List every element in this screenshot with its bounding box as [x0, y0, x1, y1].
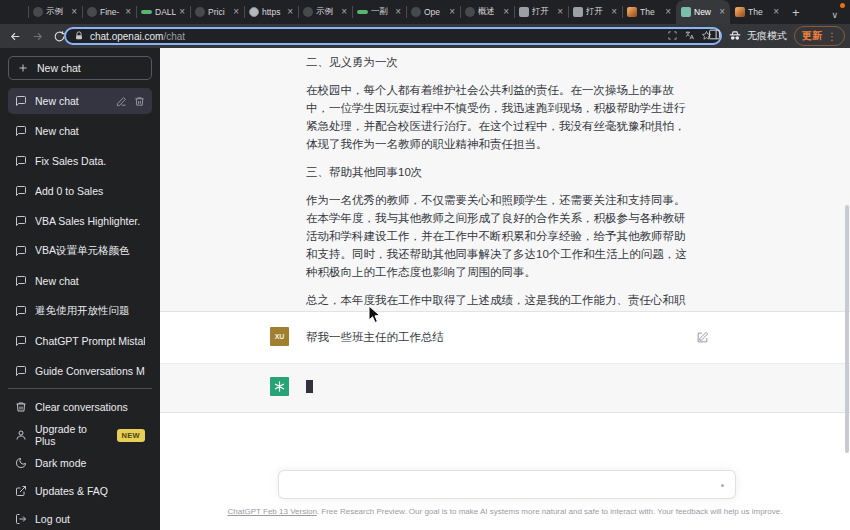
tab-title: Prici: [208, 7, 230, 17]
tab-title: 示例: [316, 6, 338, 18]
tab-fine[interactable]: Fine-×: [82, 0, 136, 24]
side-panel-icon[interactable]: [708, 27, 721, 45]
sidebar-item-add-0-to-sales[interactable]: Add 0 to Sales: [8, 178, 152, 204]
tab-title: 打开: [532, 6, 554, 18]
tab-close-icon[interactable]: ×: [287, 7, 293, 17]
scan-window-icon[interactable]: [667, 27, 678, 45]
openai-dark-favicon-icon: [195, 7, 205, 17]
chat-bubble-icon: [15, 245, 27, 257]
user-message-text: 帮我一些班主任的工作总结: [306, 327, 444, 363]
artwork-favicon-icon: [627, 7, 637, 17]
tab-close-icon[interactable]: ×: [179, 7, 185, 17]
robot-favicon-icon: [519, 7, 529, 17]
translate-icon[interactable]: [684, 27, 695, 45]
openai-dark-favicon-icon: [465, 7, 475, 17]
footer-disclaimer: ChatGPT Feb 13 Version. Free Research Pr…: [160, 507, 850, 516]
sidebar-item-new-chat-selected[interactable]: New chat: [8, 88, 152, 114]
chat-bubble-icon: [15, 275, 27, 287]
chat-sidebar: New chat New chat New chat Fix Sales Dat…: [0, 48, 160, 530]
tab-title: The: [748, 7, 770, 17]
tab-list-chevron-icon[interactable]: ∨: [831, 10, 838, 20]
tab-the-1[interactable]: The×: [622, 0, 676, 24]
tab-close-icon[interactable]: ×: [557, 7, 563, 17]
dark-mode-button[interactable]: Dark mode: [8, 449, 152, 477]
chat-bubble-icon: [15, 335, 27, 347]
tab-title: The: [640, 7, 662, 17]
tab-close-icon[interactable]: ×: [341, 7, 347, 17]
tab-openai[interactable]: Ope×: [406, 0, 460, 24]
tab-shili-2[interactable]: 示例×: [298, 0, 352, 24]
sidebar-item-chatgpt-prompt-mistakes[interactable]: ChatGPT Prompt Mistakes.: [8, 328, 152, 354]
message-input[interactable]: [278, 470, 736, 499]
tab-dall[interactable]: DALL×: [136, 0, 190, 24]
assistant-message: 二、见义勇为一次 在校园中，每个人都有着维护社会公共利益的责任。在一次操场上的事…: [160, 48, 850, 312]
sidebar-item-fix-sales-data[interactable]: Fix Sales Data.: [8, 148, 152, 174]
plus-icon: [17, 62, 29, 74]
edit-pencil-icon[interactable]: [116, 96, 127, 107]
forward-button[interactable]: [31, 30, 44, 43]
edit-message-icon[interactable]: [696, 330, 709, 348]
tab-dakai-1[interactable]: 打开×: [514, 0, 568, 24]
upgrade-to-plus-button[interactable]: Upgrade to PlusNEW: [8, 421, 152, 449]
tab-https[interactable]: https×: [244, 0, 298, 24]
tab-new-chat-active[interactable]: New×: [676, 0, 730, 24]
trash-icon[interactable]: [134, 96, 145, 107]
clear-conversations-button[interactable]: Clear conversations: [8, 393, 152, 421]
chat-bubble-icon: [15, 125, 27, 137]
tab-gaishu[interactable]: 概述×: [460, 0, 514, 24]
chat-main-area: 二、见义勇为一次 在校园中，每个人都有着维护社会公共利益的责任。在一次操场上的事…: [160, 48, 850, 530]
tab-close-icon[interactable]: ×: [233, 7, 239, 17]
tab-close-icon[interactable]: ×: [665, 7, 671, 17]
logout-icon: [15, 513, 27, 525]
incognito-label: 无痕模式: [747, 29, 787, 43]
sidebar-item-vba-sales-highlighter[interactable]: VBA Sales Highlighter.: [8, 208, 152, 234]
sidebar-item-guide-conversations[interactable]: Guide Conversations Meanin: [8, 358, 152, 384]
back-button[interactable]: [9, 30, 22, 43]
url-bar[interactable]: chat.openai.com/chat: [64, 27, 722, 45]
moon-icon: [15, 457, 27, 469]
tab-pricing[interactable]: Prici×: [190, 0, 244, 24]
tab-yifu[interactable]: 一副×: [352, 0, 406, 24]
sidebar-item-new-chat-3[interactable]: New chat: [8, 268, 152, 294]
vertical-scrollbar[interactable]: [845, 205, 849, 453]
tab-the-2[interactable]: The×: [730, 0, 784, 24]
send-icon[interactable]: [721, 484, 724, 487]
tab-shili-1[interactable]: 示例×: [28, 0, 82, 24]
chat-bubble-icon: [15, 365, 27, 377]
tab-title: https: [262, 7, 284, 17]
browser-menu-dots-icon[interactable]: ⋮: [827, 31, 837, 42]
assistant-paragraph-1: 在校园中，每个人都有着维护社会公共利益的责任。在一次操场上的事故中，一位学生因玩…: [306, 81, 696, 153]
incognito-badge: 无痕模式: [728, 29, 787, 43]
assistant-paragraph-2: 作为一名优秀的教师，不仅需要关心和照顾学生，还需要关注和支持同事。在本学年度，我…: [306, 191, 696, 281]
tab-close-icon[interactable]: ×: [395, 7, 401, 17]
log-out-button[interactable]: Log out: [8, 505, 152, 530]
new-chat-button[interactable]: New chat: [8, 56, 152, 80]
url-text: chat.openai.com/chat: [90, 31, 661, 42]
tab-close-icon[interactable]: ×: [503, 7, 509, 17]
tab-close-icon[interactable]: ×: [449, 7, 455, 17]
new-badge: NEW: [117, 429, 145, 442]
user-message: XU 帮我一些班主任的工作总结: [160, 312, 850, 364]
tab-close-icon[interactable]: ×: [611, 7, 617, 17]
tab-close-icon[interactable]: ×: [125, 7, 131, 17]
tab-close-icon[interactable]: ×: [719, 7, 725, 17]
tab-dakai-2[interactable]: 打开×: [568, 0, 622, 24]
browser-tab-strip: 示例× Fine-× DALL× Prici× https× 示例× 一副× O…: [0, 0, 850, 24]
trash-icon: [15, 401, 27, 413]
chatgpt-avatar: [270, 377, 289, 396]
version-link[interactable]: ChatGPT Feb 13 Version: [228, 507, 317, 516]
sidebar-item-new-chat-2[interactable]: New chat: [8, 118, 152, 144]
tab-close-icon[interactable]: ×: [71, 7, 77, 17]
person-icon: [15, 429, 27, 441]
updates-faq-button[interactable]: Updates & FAQ: [8, 477, 152, 505]
assistant-typing-message: [160, 364, 850, 413]
chat-bubble-icon: [15, 155, 27, 167]
tab-title: New: [694, 7, 716, 17]
user-avatar: XU: [270, 327, 289, 346]
sidebar-item-avoid-open-questions[interactable]: 避免使用开放性问题: [8, 298, 152, 324]
tab-close-icon[interactable]: ×: [773, 7, 779, 17]
openai-logo-icon: [273, 380, 286, 393]
update-button[interactable]: 更新 ⋮: [794, 26, 845, 46]
sidebar-item-vba-cell-color[interactable]: VBA设置单元格颜色: [8, 238, 152, 264]
new-tab-button[interactable]: +: [792, 5, 800, 20]
